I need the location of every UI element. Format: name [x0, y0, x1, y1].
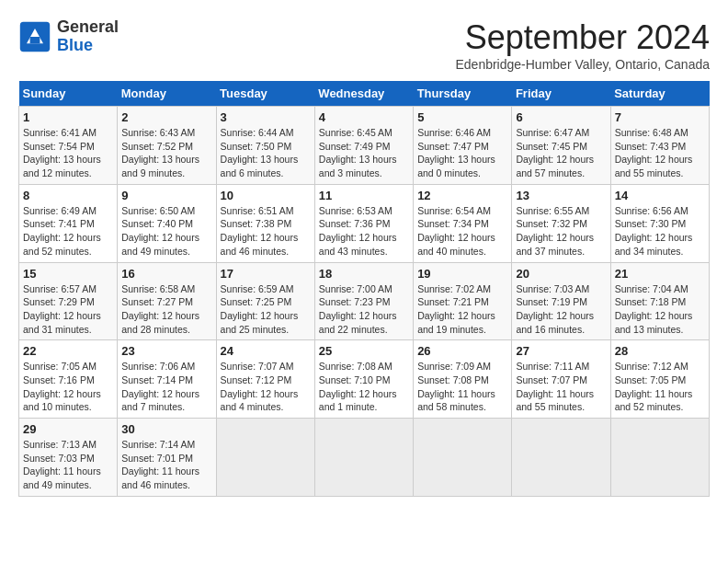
- day-info: Sunrise: 7:02 AMSunset: 7:21 PMDaylight:…: [417, 282, 507, 337]
- calendar-day-cell: 26Sunrise: 7:09 AMSunset: 7:08 PMDayligh…: [414, 340, 512, 419]
- calendar-day-cell: 27Sunrise: 7:11 AMSunset: 7:07 PMDayligh…: [512, 340, 610, 419]
- day-info: Sunrise: 7:12 AMSunset: 7:05 PMDaylight:…: [615, 360, 705, 414]
- calendar-table: SundayMondayTuesdayWednesdayThursdayFrid…: [18, 81, 710, 497]
- day-info: Sunrise: 7:09 AMSunset: 7:08 PMDaylight:…: [417, 360, 507, 414]
- day-info: Sunrise: 6:59 AMSunset: 7:25 PMDaylight:…: [221, 282, 311, 337]
- month-title: September 2024: [455, 18, 710, 57]
- calendar-week-row: 15Sunrise: 6:57 AMSunset: 7:29 PMDayligh…: [19, 262, 710, 340]
- calendar-day-cell: 24Sunrise: 7:07 AMSunset: 7:12 PMDayligh…: [216, 340, 314, 419]
- calendar-week-row: 8Sunrise: 6:49 AMSunset: 7:41 PMDaylight…: [19, 184, 710, 262]
- calendar-day-cell: [610, 419, 709, 497]
- day-info: Sunrise: 6:47 AMSunset: 7:45 PMDaylight:…: [516, 126, 606, 180]
- logo-blue: Blue: [57, 36, 93, 54]
- day-number: 8: [23, 189, 113, 202]
- calendar-day-cell: 2Sunrise: 6:43 AMSunset: 7:52 PMDaylight…: [118, 107, 216, 185]
- day-number: 21: [615, 267, 705, 281]
- calendar-day-cell: 29Sunrise: 7:13 AMSunset: 7:03 PMDayligh…: [19, 419, 118, 497]
- calendar-day-cell: 25Sunrise: 7:08 AMSunset: 7:10 PMDayligh…: [314, 340, 413, 419]
- day-info: Sunrise: 6:43 AMSunset: 7:52 PMDaylight:…: [121, 126, 211, 180]
- day-number: 13: [516, 189, 606, 202]
- calendar-day-cell: [414, 419, 512, 497]
- day-number: 3: [221, 110, 311, 124]
- day-info: Sunrise: 7:08 AMSunset: 7:10 PMDaylight:…: [319, 360, 409, 414]
- calendar-day-cell: 14Sunrise: 6:56 AMSunset: 7:30 PMDayligh…: [610, 184, 709, 262]
- day-info: Sunrise: 6:48 AMSunset: 7:43 PMDaylight:…: [615, 126, 705, 180]
- day-number: 9: [121, 189, 211, 202]
- day-info: Sunrise: 7:00 AMSunset: 7:23 PMDaylight:…: [319, 282, 409, 337]
- day-info: Sunrise: 6:55 AMSunset: 7:32 PMDaylight:…: [516, 204, 606, 259]
- calendar-header: SundayMondayTuesdayWednesdayThursdayFrid…: [19, 81, 710, 107]
- day-number: 15: [23, 267, 113, 281]
- day-number: 20: [516, 267, 606, 281]
- day-number: 23: [121, 344, 211, 358]
- day-info: Sunrise: 6:46 AMSunset: 7:47 PMDaylight:…: [417, 126, 507, 180]
- page-header: General Blue September 2024 Edenbridge-H…: [18, 18, 710, 72]
- day-number: 2: [121, 110, 211, 124]
- day-number: 14: [615, 189, 705, 202]
- day-number: 16: [121, 267, 211, 281]
- weekday-header: Saturday: [610, 81, 709, 107]
- calendar-day-cell: 6Sunrise: 6:47 AMSunset: 7:45 PMDaylight…: [512, 107, 610, 185]
- location: Edenbridge-Humber Valley, Ontario, Canad…: [455, 57, 710, 72]
- day-info: Sunrise: 6:50 AMSunset: 7:40 PMDaylight:…: [121, 204, 211, 259]
- day-info: Sunrise: 6:58 AMSunset: 7:27 PMDaylight:…: [121, 282, 211, 337]
- logo-text: General Blue: [57, 18, 119, 55]
- calendar-day-cell: 16Sunrise: 6:58 AMSunset: 7:27 PMDayligh…: [118, 262, 216, 340]
- calendar-day-cell: 23Sunrise: 7:06 AMSunset: 7:14 PMDayligh…: [118, 340, 216, 419]
- day-number: 1: [23, 110, 113, 124]
- calendar-day-cell: [314, 419, 413, 497]
- day-number: 12: [417, 189, 507, 202]
- weekday-header: Wednesday: [314, 81, 413, 107]
- calendar-day-cell: 21Sunrise: 7:04 AMSunset: 7:18 PMDayligh…: [610, 262, 709, 340]
- day-info: Sunrise: 6:54 AMSunset: 7:34 PMDaylight:…: [417, 204, 507, 259]
- calendar-day-cell: 18Sunrise: 7:00 AMSunset: 7:23 PMDayligh…: [314, 262, 413, 340]
- day-info: Sunrise: 7:13 AMSunset: 7:03 PMDaylight:…: [23, 438, 113, 492]
- calendar-day-cell: 5Sunrise: 6:46 AMSunset: 7:47 PMDaylight…: [414, 107, 512, 185]
- calendar-day-cell: 3Sunrise: 6:44 AMSunset: 7:50 PMDaylight…: [216, 107, 314, 185]
- day-info: Sunrise: 6:51 AMSunset: 7:38 PMDaylight:…: [221, 204, 311, 259]
- day-number: 11: [319, 189, 409, 202]
- calendar-day-cell: 15Sunrise: 6:57 AMSunset: 7:29 PMDayligh…: [19, 262, 118, 340]
- day-info: Sunrise: 6:57 AMSunset: 7:29 PMDaylight:…: [23, 282, 113, 337]
- day-info: Sunrise: 7:06 AMSunset: 7:14 PMDaylight:…: [121, 360, 211, 414]
- calendar-day-cell: 7Sunrise: 6:48 AMSunset: 7:43 PMDaylight…: [610, 107, 709, 185]
- calendar-day-cell: 12Sunrise: 6:54 AMSunset: 7:34 PMDayligh…: [414, 184, 512, 262]
- calendar-day-cell: 1Sunrise: 6:41 AMSunset: 7:54 PMDaylight…: [19, 107, 118, 185]
- day-number: 7: [615, 110, 705, 124]
- day-info: Sunrise: 6:49 AMSunset: 7:41 PMDaylight:…: [23, 204, 113, 259]
- day-number: 18: [319, 267, 409, 281]
- calendar-day-cell: 20Sunrise: 7:03 AMSunset: 7:19 PMDayligh…: [512, 262, 610, 340]
- title-block: September 2024 Edenbridge-Humber Valley,…: [455, 18, 710, 72]
- calendar-day-cell: 11Sunrise: 6:53 AMSunset: 7:36 PMDayligh…: [314, 184, 413, 262]
- calendar-week-row: 29Sunrise: 7:13 AMSunset: 7:03 PMDayligh…: [19, 419, 710, 497]
- calendar-day-cell: 30Sunrise: 7:14 AMSunset: 7:01 PMDayligh…: [118, 419, 216, 497]
- calendar-day-cell: [216, 419, 314, 497]
- calendar-day-cell: [512, 419, 610, 497]
- day-info: Sunrise: 7:04 AMSunset: 7:18 PMDaylight:…: [615, 282, 705, 337]
- day-info: Sunrise: 7:07 AMSunset: 7:12 PMDaylight:…: [221, 360, 311, 414]
- day-info: Sunrise: 7:14 AMSunset: 7:01 PMDaylight:…: [121, 438, 211, 492]
- calendar-day-cell: 22Sunrise: 7:05 AMSunset: 7:16 PMDayligh…: [19, 340, 118, 419]
- day-number: 5: [417, 110, 507, 124]
- day-number: 27: [516, 344, 606, 358]
- calendar-day-cell: 17Sunrise: 6:59 AMSunset: 7:25 PMDayligh…: [216, 262, 314, 340]
- day-info: Sunrise: 7:11 AMSunset: 7:07 PMDaylight:…: [516, 360, 606, 414]
- svg-rect-2: [30, 37, 40, 43]
- calendar-week-row: 1Sunrise: 6:41 AMSunset: 7:54 PMDaylight…: [19, 107, 710, 185]
- day-info: Sunrise: 6:41 AMSunset: 7:54 PMDaylight:…: [23, 126, 113, 180]
- day-info: Sunrise: 7:05 AMSunset: 7:16 PMDaylight:…: [23, 360, 113, 414]
- day-info: Sunrise: 6:45 AMSunset: 7:49 PMDaylight:…: [319, 126, 409, 180]
- day-info: Sunrise: 6:53 AMSunset: 7:36 PMDaylight:…: [319, 204, 409, 259]
- day-number: 29: [23, 422, 113, 436]
- weekday-header: Friday: [512, 81, 610, 107]
- calendar-day-cell: 10Sunrise: 6:51 AMSunset: 7:38 PMDayligh…: [216, 184, 314, 262]
- logo-general: General: [57, 17, 119, 36]
- day-info: Sunrise: 6:56 AMSunset: 7:30 PMDaylight:…: [615, 204, 705, 259]
- calendar-day-cell: 13Sunrise: 6:55 AMSunset: 7:32 PMDayligh…: [512, 184, 610, 262]
- calendar-week-row: 22Sunrise: 7:05 AMSunset: 7:16 PMDayligh…: [19, 340, 710, 419]
- logo-icon: [18, 20, 51, 53]
- logo: General Blue: [18, 18, 119, 55]
- weekday-header: Tuesday: [216, 81, 314, 107]
- calendar-day-cell: 19Sunrise: 7:02 AMSunset: 7:21 PMDayligh…: [414, 262, 512, 340]
- day-info: Sunrise: 7:03 AMSunset: 7:19 PMDaylight:…: [516, 282, 606, 337]
